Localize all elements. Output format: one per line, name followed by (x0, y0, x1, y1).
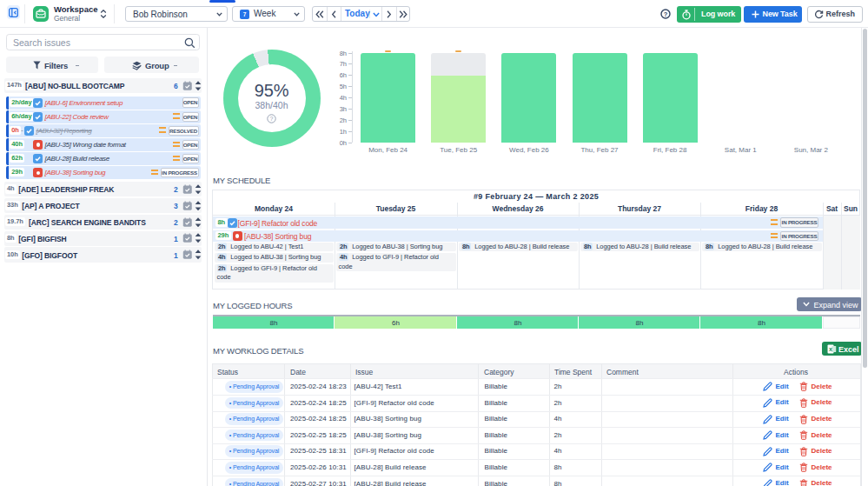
svg-text:?: ? (664, 10, 668, 18)
svg-text:?: ? (270, 116, 274, 122)
svg-text:x: x (829, 346, 832, 352)
